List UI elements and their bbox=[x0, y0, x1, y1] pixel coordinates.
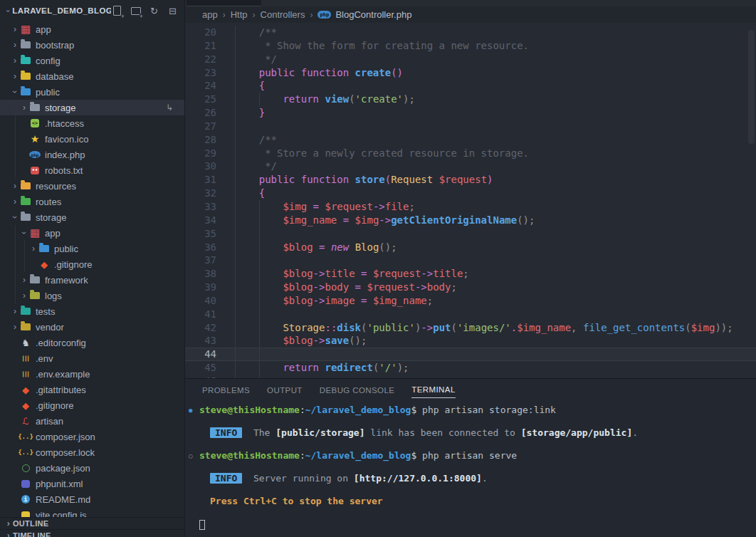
active-tab-sliver[interactable] bbox=[187, 0, 261, 6]
terminal[interactable]: ●steve@thisHostname:~/laravel_demo_blog$… bbox=[185, 400, 756, 537]
new-folder-icon[interactable] bbox=[130, 5, 142, 17]
tree-item-index.php[interactable]: phpindex.php bbox=[0, 147, 184, 162]
tree-item-package.json[interactable]: package.json bbox=[0, 460, 184, 476]
tree-item-dot-env[interactable]: ☰.env bbox=[0, 350, 184, 366]
tree-item-robots.txt[interactable]: ••robots.txt bbox=[0, 162, 184, 178]
code-line-29[interactable]: 29 * Store a newly created resource in s… bbox=[185, 147, 756, 160]
new-file-icon[interactable] bbox=[111, 5, 123, 17]
code-line-33[interactable]: 33 $img = $request->file; bbox=[185, 200, 756, 214]
collapse-all-icon[interactable]: ⊟ bbox=[167, 5, 179, 17]
panel-tab-debug-console[interactable]: DEBUG CONSOLE bbox=[320, 382, 395, 398]
code-line-43[interactable]: 43 $blog->save(); bbox=[185, 334, 756, 348]
command-success-icon[interactable]: ● bbox=[189, 405, 192, 416]
tree-item-app[interactable]: ›▦app bbox=[0, 225, 184, 241]
chevron-right-icon[interactable]: › bbox=[10, 40, 20, 50]
code-line-21[interactable]: 21 * Show the form for creating a new re… bbox=[185, 39, 756, 53]
tree-item-artisan[interactable]: ℒartisan bbox=[0, 413, 184, 429]
tree-item-dot-gitignore[interactable]: ◆.gitignore bbox=[0, 397, 184, 413]
tree-item-dot-editorconfig[interactable]: ♞.editorconfig bbox=[0, 335, 184, 350]
code-line-37[interactable]: 37 bbox=[185, 254, 756, 267]
code-line-20[interactable]: 20 /** bbox=[185, 26, 756, 39]
tree-item-storage[interactable]: ›storage bbox=[0, 209, 184, 225]
code-line-45[interactable]: 45 return redirect('/'); bbox=[185, 361, 756, 375]
tree-item-config[interactable]: ›config bbox=[0, 53, 184, 68]
tree-item-dot-env.example[interactable]: ☰.env.example bbox=[0, 366, 184, 382]
chevron-right-icon[interactable]: › bbox=[10, 56, 20, 66]
tree-item-storage[interactable]: ›storage↳ bbox=[0, 100, 184, 115]
tree-item-composer.lock[interactable]: {..}composer.lock bbox=[0, 444, 184, 460]
chevron-down-icon[interactable]: › bbox=[4, 9, 12, 11]
tree-item-dot-htaccess[interactable]: <>.htaccess bbox=[0, 115, 184, 131]
breadcrumb-file[interactable]: BlogController.php bbox=[335, 9, 411, 20]
chevron-right-icon[interactable]: › bbox=[28, 244, 38, 254]
tree-item-favicon.ico[interactable]: ★favicon.ico bbox=[0, 131, 184, 147]
indent-guide bbox=[259, 254, 260, 267]
chevron-down-icon[interactable]: › bbox=[19, 228, 29, 238]
breadcrumb-item[interactable]: Controllers bbox=[261, 9, 305, 20]
chevron-right-icon[interactable]: › bbox=[19, 275, 29, 285]
folder-gray-icon bbox=[20, 39, 31, 51]
code-line-39[interactable]: 39 $blog->body = $request->body; bbox=[185, 281, 756, 294]
code-line-23[interactable]: 23 public function create() bbox=[185, 66, 756, 80]
breadcrumb-item[interactable]: Http bbox=[231, 9, 248, 20]
chevron-right-icon[interactable]: › bbox=[10, 197, 20, 207]
tree-item-dot-gitattributes[interactable]: ◆.gitattributes bbox=[0, 382, 184, 397]
code-line-46[interactable]: 46 bbox=[185, 375, 756, 378]
code-line-26[interactable]: 26 } bbox=[185, 106, 756, 120]
code-line-30[interactable]: 30 */ bbox=[185, 160, 756, 173]
tree-item-resources[interactable]: ›resources bbox=[0, 178, 184, 194]
panel-tab-problems[interactable]: PROBLEMS bbox=[202, 382, 250, 398]
indent-guide bbox=[259, 361, 260, 375]
chevron-right-icon[interactable]: › bbox=[19, 291, 29, 301]
tree-item-phpunit.xml[interactable]: phpunit.xml bbox=[0, 476, 184, 491]
tree-item-framework[interactable]: ›framework bbox=[0, 272, 184, 288]
code-line-40[interactable]: 40 $blog->image = $img_name; bbox=[185, 294, 756, 308]
code-line-34[interactable]: 34 $img_name = $img->getClientOriginalNa… bbox=[185, 214, 756, 227]
code-line-24[interactable]: 24 { bbox=[185, 79, 756, 93]
chevron-right-icon[interactable]: › bbox=[10, 71, 20, 81]
code-line-31[interactable]: 31 public function store(Request $reques… bbox=[185, 173, 756, 187]
code-line-42[interactable]: 42 Storage::disk('public')->put('images/… bbox=[185, 321, 756, 335]
tree-item-tests[interactable]: ›tests bbox=[0, 303, 184, 319]
chevron-down-icon[interactable]: › bbox=[10, 212, 20, 222]
chevron-right-icon[interactable]: › bbox=[10, 24, 20, 34]
panel-tab-output[interactable]: OUTPUT bbox=[267, 382, 303, 398]
tree-item-vite.config.js[interactable]: vite.config.js bbox=[0, 507, 184, 517]
code-line-25[interactable]: 25 return view('create'); bbox=[185, 93, 756, 106]
tree-item-public[interactable]: ›public bbox=[0, 84, 184, 100]
code-line-35[interactable]: 35 bbox=[185, 227, 756, 241]
breadcrumb-item[interactable]: app bbox=[202, 9, 218, 20]
chevron-right-icon[interactable]: › bbox=[19, 103, 29, 113]
code-line-22[interactable]: 22 */ bbox=[185, 53, 756, 66]
tree-item-vendor[interactable]: ›vendor bbox=[0, 319, 184, 335]
refresh-icon[interactable]: ↻ bbox=[148, 5, 160, 17]
tree-item-dot-gitignore[interactable]: ◆.gitignore bbox=[0, 256, 184, 272]
code-editor[interactable]: 20 /**21 * Show the form for creating a … bbox=[185, 23, 756, 378]
tree-item-bootstrap[interactable]: ›bootstrap bbox=[0, 37, 184, 53]
tree-item-README.md[interactable]: iREADME.md bbox=[0, 491, 184, 507]
code-line-41[interactable]: 41 bbox=[185, 308, 756, 321]
indent-guide bbox=[235, 173, 236, 187]
tree-item-composer.json[interactable]: {..}composer.json bbox=[0, 429, 184, 444]
code-line-36[interactable]: 36 $blog = new Blog(); bbox=[185, 241, 756, 254]
chevron-right-icon[interactable]: › bbox=[10, 306, 20, 316]
code-line-28[interactable]: 28 /** bbox=[185, 133, 756, 147]
indent-guide bbox=[235, 294, 236, 308]
chevron-right-icon[interactable]: › bbox=[10, 181, 20, 191]
timeline-section-header[interactable]: › TIMELINE bbox=[0, 529, 184, 537]
command-running-icon[interactable]: ○ bbox=[189, 450, 192, 462]
tree-item-public[interactable]: ›public bbox=[0, 241, 184, 256]
tree-item-app[interactable]: ›▦app bbox=[0, 21, 184, 37]
code-line-44[interactable]: 44 bbox=[185, 348, 756, 361]
line-number: 38 bbox=[185, 267, 216, 281]
chevron-right-icon[interactable]: › bbox=[10, 322, 20, 332]
tree-item-database[interactable]: ›database bbox=[0, 68, 184, 84]
chevron-down-icon[interactable]: › bbox=[10, 87, 20, 97]
tree-item-routes[interactable]: ›routes bbox=[0, 194, 184, 209]
outline-section-header[interactable]: › OUTLINE bbox=[0, 518, 184, 529]
code-line-27[interactable]: 27 bbox=[185, 120, 756, 133]
panel-tab-terminal[interactable]: TERMINAL bbox=[411, 381, 455, 398]
code-line-32[interactable]: 32 { bbox=[185, 187, 756, 200]
tree-item-logs[interactable]: ›logs bbox=[0, 288, 184, 303]
code-line-38[interactable]: 38 $blog->title = $request->title; bbox=[185, 267, 756, 281]
